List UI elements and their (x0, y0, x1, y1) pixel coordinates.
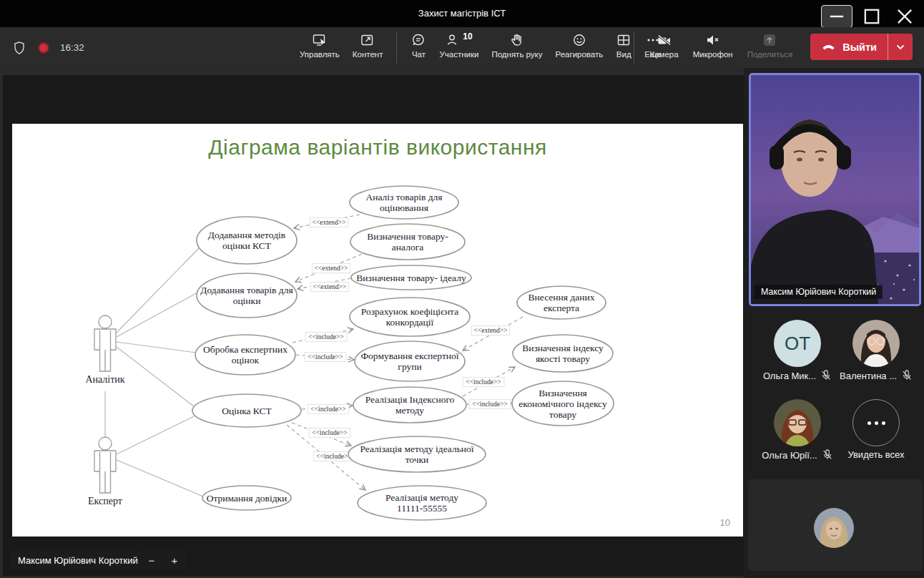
svg-text:Додавання товарів для: Додавання товарів для (200, 285, 293, 295)
close-button[interactable] (888, 6, 921, 27)
leave-options-button[interactable] (888, 44, 913, 50)
toolbar-center-group: Управлять Контент Чат (295, 32, 667, 64)
svg-text:Додавання методів: Додавання методів (208, 230, 285, 240)
participants-count-badge: 10 (463, 32, 472, 41)
camera-off-icon (657, 32, 672, 48)
toolbar-divider (634, 32, 634, 64)
share-label: Поделиться (747, 50, 793, 59)
shield-icon (11, 40, 27, 56)
svg-text:групи: групи (398, 361, 421, 372)
zoom-controls: − + (140, 551, 186, 570)
zoom-in-button[interactable]: + (167, 551, 182, 570)
react-label: Реагировать (556, 50, 604, 59)
svg-text:Визначення: Визначення (539, 388, 587, 398)
screenshare-viewport: Діаграма варіантів використання <<extend… (3, 75, 744, 576)
svg-text:оцінки КСТ: оцінки КСТ (222, 240, 272, 251)
speaker-muted-icon (705, 32, 721, 48)
svg-text:<<include>>: <<include>> (466, 378, 501, 386)
meeting-status-group: 16:32 (11, 27, 84, 68)
extra-video-tile[interactable] (748, 479, 923, 571)
share-button[interactable]: Поделиться (742, 32, 798, 59)
manage-label: Управлять (300, 50, 340, 59)
meeting-toolbar: 16:32 Управлять Контент (0, 27, 924, 68)
meeting-timer: 16:32 (60, 42, 84, 53)
svg-text:економічного індексу: економічного індексу (518, 398, 607, 409)
screenshare-stage: Діаграма варіантів використання <<extend… (0, 68, 744, 578)
toolbar-right-group: Камера Микрофон Поделиться Выйти (628, 32, 913, 64)
chevron-down-icon (896, 44, 905, 50)
svg-text:Аналіз товарів для: Аналіз товарів для (365, 192, 442, 202)
participant-caption: Валентина ... (822, 370, 924, 381)
mic-button[interactable]: Микрофон (688, 32, 738, 59)
svg-text:<<include>>: <<include>> (472, 401, 507, 408)
react-button[interactable]: Реагировать (551, 32, 609, 59)
svg-text:товару: товару (549, 409, 576, 420)
usecase-diagram: <<extend>><<extend>><<extend>><<include>… (12, 124, 743, 537)
participants-icon (446, 32, 461, 48)
leave-button[interactable]: Выйти (810, 41, 888, 53)
camera-button[interactable]: Камера (644, 32, 683, 59)
zoom-out-button[interactable]: − (144, 551, 159, 570)
svg-text:оцінок: оцінок (232, 355, 260, 366)
maximize-icon (864, 9, 880, 24)
leave-label: Выйти (842, 41, 877, 53)
minimize-icon (829, 9, 845, 24)
svg-text:якості товару: якості товару (536, 353, 590, 364)
participant-avatar-photo[interactable] (852, 320, 900, 367)
svg-text:<<include>>: <<include>> (308, 333, 343, 341)
raise-hand-button[interactable]: Поднять руку (486, 32, 547, 59)
toolbar-divider (396, 32, 397, 64)
content-button[interactable]: Контент (348, 32, 388, 59)
meeting-sidebar: Максим Юрійович Короткий ОТ Оль (744, 68, 924, 578)
manage-button[interactable]: Управлять (295, 32, 345, 59)
see-all-caption: Увидеть всех (822, 449, 924, 460)
participant-name: Валентина ... (840, 371, 897, 381)
see-all-button[interactable] (852, 399, 900, 446)
recording-indicator-icon (36, 40, 51, 56)
participant-avatar-initials[interactable]: ОТ (774, 320, 821, 367)
svg-text:<<include>>: <<include>> (308, 353, 343, 361)
svg-text:<<include>>: <<include>> (312, 429, 347, 436)
speaker-video (751, 75, 919, 304)
presenter-name-pill: Максим Юрійович Короткий (10, 551, 146, 570)
maximize-button[interactable] (855, 6, 888, 27)
see-all-label: Увидеть всех (847, 449, 904, 460)
mic-muted-icon (901, 370, 913, 381)
svg-text:<<include>>: <<include>> (316, 453, 351, 460)
svg-text:Експерт: Експерт (88, 496, 122, 506)
svg-text:<<include>>: <<include>> (310, 406, 345, 413)
svg-text:оцінки: оцінки (233, 295, 261, 306)
svg-text:11111-55555: 11111-55555 (397, 503, 447, 514)
manage-screen-icon (312, 32, 328, 48)
participant-avatar-photo (814, 508, 854, 548)
chat-icon (411, 32, 426, 48)
raise-hand-label: Поднять руку (491, 50, 542, 59)
svg-text:Визначення товару- ідеалу: Визначення товару- ідеалу (356, 273, 466, 283)
svg-text:аналога: аналога (392, 242, 423, 253)
content-share-icon (360, 32, 375, 48)
speaker-name-label: Максим Юрійович Короткий (755, 285, 883, 299)
minimize-button[interactable] (821, 5, 852, 28)
window-title: Захист магістрів ІСТ (0, 0, 924, 27)
svg-text:Оцінка КСТ: Оцінка КСТ (222, 406, 272, 416)
participants-button[interactable]: 10 Участники (434, 32, 483, 59)
participant-photo (774, 399, 821, 446)
svg-text:Реалізація методу: Реалізація методу (385, 492, 458, 503)
svg-text:Обробка експертних: Обробка експертних (203, 344, 287, 355)
chat-label: Чат (412, 50, 426, 59)
participants-label: Участники (439, 50, 478, 59)
presentation-slide: Діаграма варіантів використання <<extend… (12, 124, 743, 537)
speaker-video-tile[interactable]: Максим Юрійович Короткий (749, 73, 921, 306)
mic-label: Микрофон (693, 50, 733, 59)
svg-text:методу: методу (395, 405, 424, 416)
smiley-icon (571, 32, 587, 48)
chat-button[interactable]: Чат (406, 32, 431, 59)
svg-text:Розрахунок коефіцієнта: Розрахунок коефіцієнта (361, 306, 458, 317)
ellipsis-icon (868, 421, 885, 425)
avatar-initials-text: ОТ (785, 333, 810, 355)
participant-name: Ольга Юрії... (762, 450, 817, 461)
svg-text:точки: точки (406, 454, 429, 465)
participant-avatar-photo[interactable] (774, 399, 821, 446)
raise-hand-icon (509, 32, 525, 48)
svg-text:Внесення даних: Внесення даних (529, 292, 595, 303)
